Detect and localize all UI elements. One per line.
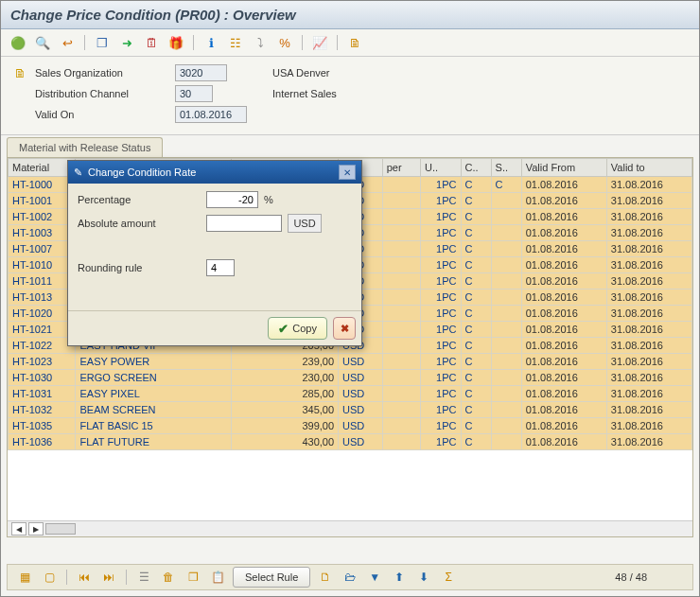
last-page-icon[interactable]: ⏭	[99, 568, 118, 587]
cell-c2[interactable]	[491, 402, 521, 418]
cell-c2[interactable]	[491, 354, 521, 370]
cell-uom[interactable]: 1PC	[421, 354, 461, 370]
cell-uom[interactable]: 1PC	[421, 257, 461, 273]
cell-c2[interactable]	[491, 370, 521, 386]
cell-per[interactable]	[382, 370, 420, 386]
cell-valid-to[interactable]: 31.08.2016	[606, 193, 691, 209]
cell-desc[interactable]: FLAT BASIC 15	[76, 418, 232, 434]
cell-per[interactable]	[382, 386, 420, 402]
cell-valid-to[interactable]: 31.08.2016	[606, 402, 691, 418]
cell-uom[interactable]: 1PC	[421, 273, 461, 290]
cell-desc[interactable]: BEAM SCREEN	[76, 402, 232, 418]
cell-c1[interactable]: C	[461, 402, 491, 418]
deselect-all-icon[interactable]: ▢	[40, 568, 59, 587]
cell-uom[interactable]: 1PC	[421, 209, 461, 225]
cell-c1[interactable]: C	[461, 177, 491, 193]
cell-uom[interactable]: 1PC	[421, 370, 461, 386]
execute-icon[interactable]: 🟢	[9, 33, 27, 52]
cell-per[interactable]	[382, 354, 420, 370]
col-c2[interactable]: S..	[491, 159, 521, 177]
cell-per[interactable]	[382, 338, 420, 354]
cell-material[interactable]: HT-1003	[9, 225, 76, 241]
cell-uom[interactable]: 1PC	[421, 177, 461, 193]
cell-per[interactable]	[382, 241, 420, 257]
cell-valid-from[interactable]: 01.08.2016	[521, 402, 606, 418]
cell-amount[interactable]: 285,00	[232, 386, 339, 402]
copy-icon[interactable]: ❐	[93, 33, 112, 52]
cell-valid-from[interactable]: 01.08.2016	[521, 418, 606, 434]
cell-per[interactable]	[382, 225, 420, 241]
cell-unit[interactable]: USD	[339, 434, 383, 450]
cell-material[interactable]: HT-1010	[9, 257, 76, 273]
cell-material[interactable]: HT-1031	[9, 386, 76, 402]
cell-amount[interactable]: 230,00	[232, 370, 339, 386]
cell-c1[interactable]: C	[461, 257, 491, 273]
cell-valid-to[interactable]: 31.08.2016	[606, 434, 691, 450]
cell-valid-from[interactable]: 01.08.2016	[521, 209, 606, 225]
cell-c2[interactable]	[491, 241, 521, 257]
cell-c2[interactable]	[491, 306, 521, 322]
col-uom[interactable]: U..	[421, 159, 461, 177]
col-material[interactable]: Material	[9, 159, 76, 177]
columns-icon[interactable]: ☷	[226, 33, 245, 52]
cell-valid-to[interactable]: 31.08.2016	[606, 225, 691, 241]
cell-per[interactable]	[382, 209, 420, 225]
dialog-titlebar[interactable]: ✎ Change Condition Rate ✕	[68, 161, 361, 184]
tab-material[interactable]: Material with Release Status	[7, 137, 163, 157]
cell-c2[interactable]	[491, 418, 521, 434]
cell-desc[interactable]: ERGO SCREEN	[76, 370, 232, 386]
cell-material[interactable]: HT-1000	[9, 177, 76, 193]
chart-icon[interactable]: 📈	[310, 33, 329, 52]
cell-per[interactable]	[382, 193, 420, 209]
table-row[interactable]: HT-1030ERGO SCREEN230,00USD1PCC01.08.201…	[9, 370, 692, 386]
cell-material[interactable]: HT-1013	[9, 290, 76, 306]
open-icon[interactable]: 🗁	[341, 568, 359, 587]
calendar-icon[interactable]: 🗓	[142, 33, 161, 52]
col-valid-to[interactable]: Valid to	[606, 159, 691, 177]
scroll-thumb[interactable]	[45, 523, 76, 535]
cell-material[interactable]: HT-1030	[9, 370, 76, 386]
sum-icon[interactable]: Σ	[439, 568, 458, 587]
exit-icon[interactable]: ↩	[58, 33, 77, 52]
cell-per[interactable]	[382, 418, 420, 434]
cell-valid-from[interactable]: 01.08.2016	[521, 322, 606, 338]
scroll-left-icon[interactable]: ◀	[11, 522, 26, 536]
cell-uom[interactable]: 1PC	[421, 402, 461, 418]
cell-amount[interactable]: 345,00	[232, 402, 339, 418]
cell-valid-to[interactable]: 31.08.2016	[606, 354, 691, 370]
cell-c1[interactable]: C	[461, 386, 491, 402]
cell-material[interactable]: HT-1036	[9, 434, 76, 450]
cell-desc[interactable]: FLAT FUTURE	[76, 434, 232, 450]
table-row[interactable]: HT-1023EASY POWER239,00USD1PCC01.08.2016…	[9, 354, 692, 370]
dist-channel-input[interactable]	[175, 85, 213, 102]
col-valid-from[interactable]: Valid From	[521, 159, 606, 177]
cell-valid-to[interactable]: 31.08.2016	[606, 370, 691, 386]
select-all-icon[interactable]: ▦	[15, 568, 34, 587]
cell-valid-from[interactable]: 01.08.2016	[521, 370, 606, 386]
cell-c2[interactable]	[491, 193, 521, 209]
cell-valid-to[interactable]: 31.08.2016	[606, 306, 691, 322]
cell-uom[interactable]: 1PC	[421, 338, 461, 354]
table-row[interactable]: HT-1031EASY PIXEL285,00USD1PCC01.08.2016…	[9, 386, 692, 402]
cell-c2[interactable]	[491, 338, 521, 354]
first-page-icon[interactable]: ⏮	[75, 568, 94, 587]
cell-unit[interactable]: USD	[339, 418, 383, 434]
cell-uom[interactable]: 1PC	[421, 386, 461, 402]
cell-valid-to[interactable]: 31.08.2016	[606, 290, 691, 306]
cell-material[interactable]: HT-1022	[9, 338, 76, 354]
cell-unit[interactable]: USD	[339, 370, 383, 386]
cell-uom[interactable]: 1PC	[421, 241, 461, 257]
horizontal-scrollbar[interactable]: ◀ ▶	[8, 520, 692, 536]
cell-per[interactable]	[382, 434, 420, 450]
cell-valid-from[interactable]: 01.08.2016	[521, 338, 606, 354]
sort-icon[interactable]: ⤵	[251, 33, 270, 52]
insert-row-icon[interactable]: ☰	[134, 568, 153, 587]
cell-c2[interactable]	[491, 322, 521, 338]
cell-c1[interactable]: C	[461, 290, 491, 306]
cell-valid-from[interactable]: 01.08.2016	[521, 434, 606, 450]
cell-valid-from[interactable]: 01.08.2016	[521, 225, 606, 241]
cell-material[interactable]: HT-1035	[9, 418, 76, 434]
cell-per[interactable]	[382, 322, 420, 338]
export-icon[interactable]: 🗎	[345, 33, 364, 52]
cell-uom[interactable]: 1PC	[421, 290, 461, 306]
